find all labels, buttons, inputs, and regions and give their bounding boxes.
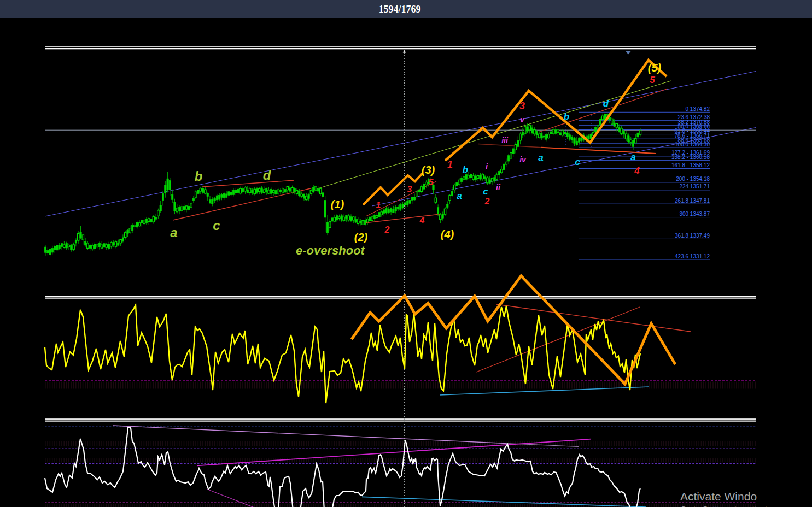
- svg-text:224 1351.71: 224 1351.71: [679, 184, 710, 190]
- svg-text:0 1374.82: 0 1374.82: [686, 106, 710, 112]
- svg-text:(5): (5): [648, 62, 662, 74]
- svg-text:(4): (4): [441, 228, 454, 240]
- svg-text:1: 1: [376, 201, 381, 210]
- svg-text:261.8 1347.81: 261.8 1347.81: [675, 198, 710, 204]
- svg-text:(3): (3): [422, 164, 435, 176]
- svg-text:e-overshoot: e-overshoot: [296, 244, 366, 257]
- svg-text:4: 4: [634, 166, 640, 176]
- svg-text:138.2 - 1360.58: 138.2 - 1360.58: [671, 154, 710, 160]
- svg-text:200 - 1354.18: 200 - 1354.18: [676, 176, 710, 182]
- svg-text:161.8 - 1358.12: 161.8 - 1358.12: [671, 162, 710, 168]
- svg-text:a: a: [457, 191, 462, 201]
- svg-text:Go to Settings to activate: Go to Settings to activate: [680, 504, 772, 507]
- svg-text:Activate Windo: Activate Windo: [680, 490, 757, 503]
- svg-text:361.8 1337.49: 361.8 1337.49: [675, 233, 710, 239]
- svg-text:2: 2: [484, 197, 490, 206]
- svg-text:b: b: [564, 111, 569, 122]
- svg-text:v: v: [520, 115, 525, 124]
- svg-text:c: c: [483, 186, 488, 197]
- svg-text:300 1343.87: 300 1343.87: [679, 211, 710, 217]
- svg-text:b: b: [463, 164, 468, 175]
- svg-text:5: 5: [429, 178, 434, 187]
- svg-text:1594/1769: 1594/1769: [378, 4, 420, 15]
- svg-text:ii: ii: [496, 183, 501, 192]
- svg-text:c: c: [213, 218, 220, 233]
- svg-text:4: 4: [419, 216, 425, 225]
- svg-text:1: 1: [447, 159, 453, 170]
- svg-text:100.0 1364.30: 100.0 1364.30: [675, 142, 710, 148]
- svg-text:2: 2: [384, 225, 390, 234]
- svg-text:a: a: [630, 152, 635, 162]
- svg-text:3: 3: [519, 101, 525, 111]
- svg-text:423.6 1331.12: 423.6 1331.12: [675, 254, 710, 260]
- svg-text:iv: iv: [519, 155, 527, 164]
- svg-text:b: b: [195, 169, 203, 184]
- svg-text:d: d: [603, 98, 609, 109]
- svg-text:iii: iii: [501, 136, 509, 145]
- svg-text:a: a: [538, 152, 543, 163]
- svg-text:3: 3: [407, 185, 412, 194]
- svg-text:(2): (2): [354, 231, 368, 243]
- svg-text:d: d: [263, 168, 272, 182]
- svg-text:a: a: [170, 225, 177, 240]
- svg-text:c: c: [575, 157, 580, 167]
- svg-text:(1): (1): [331, 198, 344, 210]
- svg-text:5: 5: [650, 75, 655, 85]
